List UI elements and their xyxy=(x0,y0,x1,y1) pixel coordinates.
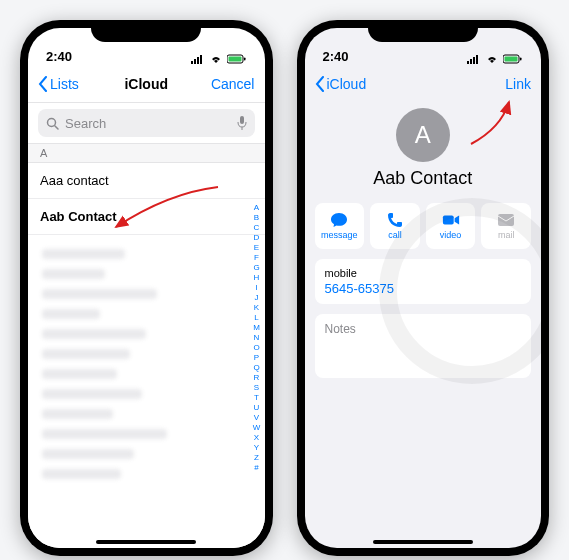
notch xyxy=(91,20,201,42)
left-screen: 2:40 Lists iCloud Cancel Search xyxy=(28,28,265,548)
alphabet-index[interactable]: ABCDEFGHIJKLMNOPQRSTUVWXYZ# xyxy=(251,203,263,538)
avatar[interactable]: A xyxy=(396,108,450,162)
notes-label: Notes xyxy=(325,322,356,336)
index-letter[interactable]: W xyxy=(253,423,261,432)
contact-name: Aab Contact xyxy=(373,168,472,189)
call-button[interactable]: call xyxy=(370,203,420,249)
wifi-icon xyxy=(209,54,223,64)
status-time: 2:40 xyxy=(323,49,349,64)
search-placeholder: Search xyxy=(65,116,106,131)
navbar: Lists iCloud Cancel xyxy=(28,66,265,103)
svg-rect-11 xyxy=(470,59,472,64)
battery-icon xyxy=(503,54,523,64)
chevron-left-icon xyxy=(315,76,325,92)
action-label: video xyxy=(440,230,462,240)
index-letter[interactable]: A xyxy=(254,203,259,212)
phone-card[interactable]: mobile 5645-65375 xyxy=(315,259,532,304)
home-indicator[interactable] xyxy=(96,540,196,544)
index-letter[interactable]: R xyxy=(254,373,260,382)
status-icons xyxy=(191,54,247,64)
video-icon xyxy=(442,212,460,228)
home-indicator[interactable] xyxy=(373,540,473,544)
index-letter[interactable]: T xyxy=(254,393,259,402)
signal-icon xyxy=(467,54,481,64)
index-letter[interactable]: F xyxy=(254,253,259,262)
svg-rect-16 xyxy=(520,58,522,61)
index-letter[interactable]: J xyxy=(255,293,259,302)
mail-button: mail xyxy=(481,203,531,249)
search-icon xyxy=(46,117,59,130)
right-screen: 2:40 iCloud Link A Aab Conta xyxy=(305,28,542,548)
status-time: 2:40 xyxy=(46,49,72,64)
svg-rect-1 xyxy=(194,59,196,64)
message-button[interactable]: message xyxy=(315,203,365,249)
index-letter[interactable]: U xyxy=(254,403,260,412)
wifi-icon xyxy=(485,54,499,64)
index-letter[interactable]: N xyxy=(254,333,260,342)
chevron-left-icon xyxy=(38,76,48,92)
back-label: iCloud xyxy=(327,76,367,92)
notch xyxy=(368,20,478,42)
svg-rect-18 xyxy=(498,214,514,226)
navbar: iCloud Link xyxy=(305,66,542,102)
cancel-label: Cancel xyxy=(211,76,255,92)
index-letter[interactable]: L xyxy=(254,313,258,322)
cancel-button[interactable]: Cancel xyxy=(194,76,254,92)
mail-icon xyxy=(497,212,515,228)
index-letter[interactable]: Q xyxy=(253,363,259,372)
notes-card[interactable]: Notes xyxy=(315,314,532,378)
contacts-list[interactable]: A Aaa contact Aab Contact ABCDEFGHIJKLMN… xyxy=(28,143,265,548)
svg-rect-17 xyxy=(442,216,453,225)
svg-rect-5 xyxy=(228,57,241,62)
back-label: Lists xyxy=(50,76,79,92)
index-letter[interactable]: I xyxy=(255,283,257,292)
list-item-selected[interactable]: Aab Contact xyxy=(28,199,265,235)
svg-rect-9 xyxy=(240,116,244,124)
list-item[interactable]: Aaa contact xyxy=(28,163,265,199)
message-icon xyxy=(330,212,348,228)
index-letter[interactable]: # xyxy=(254,463,258,472)
svg-rect-0 xyxy=(191,61,193,64)
svg-point-7 xyxy=(48,118,56,126)
index-letter[interactable]: B xyxy=(254,213,259,222)
svg-rect-12 xyxy=(473,57,475,64)
back-button[interactable]: Lists xyxy=(38,76,98,92)
index-letter[interactable]: V xyxy=(254,413,259,422)
svg-line-8 xyxy=(55,126,58,129)
avatar-initial: A xyxy=(415,121,431,149)
index-letter[interactable]: P xyxy=(254,353,259,362)
right-phone-frame: 2:40 iCloud Link A Aab Conta xyxy=(297,20,550,556)
svg-rect-3 xyxy=(200,55,202,64)
mic-icon[interactable] xyxy=(237,116,247,130)
index-letter[interactable]: G xyxy=(253,263,259,272)
svg-rect-15 xyxy=(505,57,518,62)
index-letter[interactable]: D xyxy=(254,233,260,242)
back-button[interactable]: iCloud xyxy=(315,76,375,92)
video-button[interactable]: video xyxy=(426,203,476,249)
contact-header: A Aab Contact xyxy=(305,102,542,199)
action-row: message call video mail xyxy=(305,203,542,249)
link-button[interactable]: Link xyxy=(471,76,531,92)
index-letter[interactable]: M xyxy=(253,323,260,332)
left-phone-frame: 2:40 Lists iCloud Cancel Search xyxy=(20,20,273,556)
index-letter[interactable]: Z xyxy=(254,453,259,462)
action-label: message xyxy=(321,230,358,240)
link-label: Link xyxy=(505,76,531,92)
search-input[interactable]: Search xyxy=(38,109,255,137)
phone-icon xyxy=(386,212,404,228)
battery-icon xyxy=(227,54,247,64)
action-label: mail xyxy=(498,230,515,240)
index-letter[interactable]: H xyxy=(254,273,260,282)
index-letter[interactable]: E xyxy=(254,243,259,252)
index-letter[interactable]: X xyxy=(254,433,259,442)
phone-label: mobile xyxy=(325,267,522,279)
signal-icon xyxy=(191,54,205,64)
index-letter[interactable]: S xyxy=(254,383,259,392)
index-letter[interactable]: K xyxy=(254,303,259,312)
index-letter[interactable]: Y xyxy=(254,443,259,452)
action-label: call xyxy=(388,230,402,240)
index-letter[interactable]: O xyxy=(253,343,259,352)
svg-rect-13 xyxy=(476,55,478,64)
index-letter[interactable]: C xyxy=(254,223,260,232)
svg-rect-2 xyxy=(197,57,199,64)
